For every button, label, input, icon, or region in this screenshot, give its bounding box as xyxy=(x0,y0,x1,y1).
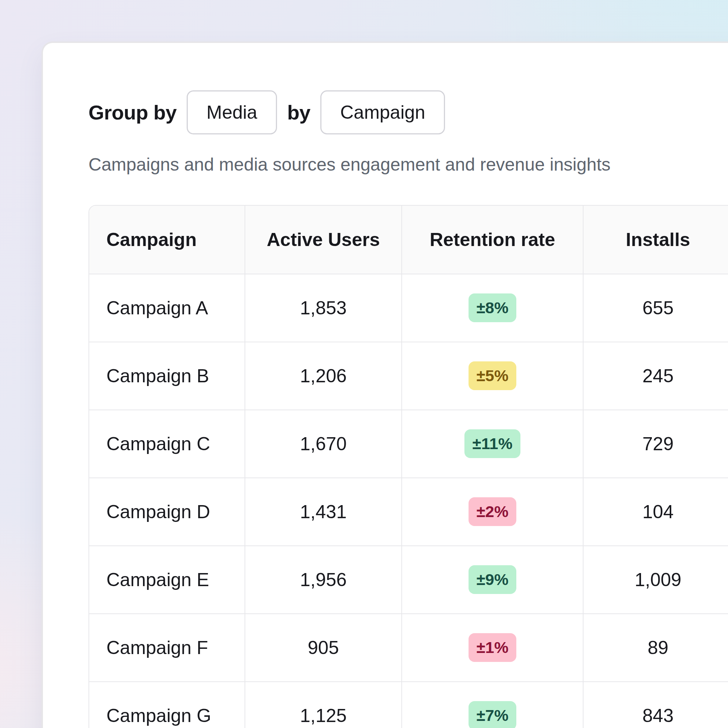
retention-cell: ±7% xyxy=(402,682,584,728)
campaign-name-cell: Campaign C xyxy=(89,410,245,478)
campaign-name-cell: Campaign E xyxy=(89,546,245,614)
retention-badge: ±9% xyxy=(468,565,516,594)
installs-cell: 245 xyxy=(584,343,728,410)
group-by-controls: Group by Media by Campaign xyxy=(89,90,728,135)
column-header-installs: Installs xyxy=(584,206,728,274)
active-users-cell: 905 xyxy=(245,614,402,682)
table-row: Campaign F 905 ±1% 89 xyxy=(89,614,728,682)
campaign-metrics-table: Campaign Active Users Retention rate Ins… xyxy=(89,206,728,728)
table-header-row: Campaign Active Users Retention rate Ins… xyxy=(89,206,728,274)
campaign-name-cell: Campaign D xyxy=(89,478,245,546)
campaign-metrics-table-wrapper: Campaign Active Users Retention rate Ins… xyxy=(89,205,728,728)
column-header-campaign: Campaign xyxy=(89,206,245,274)
installs-cell: 843 xyxy=(584,682,728,728)
secondary-group-select[interactable]: Campaign xyxy=(320,90,445,135)
campaign-name-cell: Campaign F xyxy=(89,614,245,682)
table-row: Campaign G 1,125 ±7% 843 xyxy=(89,682,728,728)
active-users-cell: 1,956 xyxy=(245,546,402,614)
retention-badge: ±2% xyxy=(468,497,516,526)
retention-badge: ±11% xyxy=(465,429,520,458)
table-row: Campaign C 1,670 ±11% 729 xyxy=(89,410,728,478)
column-header-retention-rate: Retention rate xyxy=(402,206,584,274)
retention-cell: ±8% xyxy=(402,274,584,343)
campaign-name-cell: Campaign G xyxy=(89,682,245,728)
active-users-cell: 1,125 xyxy=(245,682,402,728)
retention-badge: ±7% xyxy=(468,701,516,728)
retention-cell: ±5% xyxy=(402,343,584,410)
campaign-name-cell: Campaign A xyxy=(89,274,245,343)
retention-badge: ±5% xyxy=(468,361,516,390)
subtitle: Campaigns and media sources engagement a… xyxy=(89,154,728,176)
retention-cell: ±2% xyxy=(402,478,584,546)
table-row: Campaign B 1,206 ±5% 245 xyxy=(89,343,728,410)
active-users-cell: 1,853 xyxy=(245,274,402,343)
installs-cell: 104 xyxy=(584,478,728,546)
table-row: Campaign A 1,853 ±8% 655 xyxy=(89,274,728,343)
installs-cell: 1,009 xyxy=(584,546,728,614)
installs-cell: 655 xyxy=(584,274,728,343)
retention-badge: ±8% xyxy=(468,294,516,322)
retention-badge: ±1% xyxy=(468,633,516,662)
insights-card: Group by Media by Campaign Campaigns and… xyxy=(43,43,728,728)
primary-group-select[interactable]: Media xyxy=(187,90,277,135)
group-by-label: Group by xyxy=(89,101,177,124)
table-row: Campaign D 1,431 ±2% 104 xyxy=(89,478,728,546)
retention-cell: ±1% xyxy=(402,614,584,682)
installs-cell: 729 xyxy=(584,410,728,478)
column-header-active-users: Active Users xyxy=(245,206,402,274)
campaign-name-cell: Campaign B xyxy=(89,343,245,410)
installs-cell: 89 xyxy=(584,614,728,682)
table-row: Campaign E 1,956 ±9% 1,009 xyxy=(89,546,728,614)
retention-cell: ±11% xyxy=(402,410,584,478)
active-users-cell: 1,670 xyxy=(245,410,402,478)
active-users-cell: 1,206 xyxy=(245,343,402,410)
retention-cell: ±9% xyxy=(402,546,584,614)
active-users-cell: 1,431 xyxy=(245,478,402,546)
by-label: by xyxy=(287,101,310,124)
